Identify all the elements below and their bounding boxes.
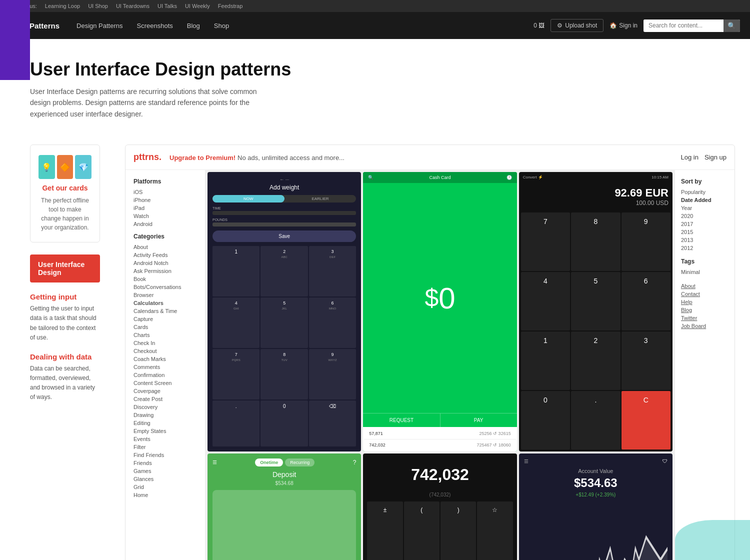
sort-year-2013[interactable]: 2013 <box>681 236 728 244</box>
cat-glances[interactable]: Glances <box>134 475 197 483</box>
curr-key-4[interactable]: 4 <box>521 272 570 330</box>
curr-key-3[interactable]: 3 <box>622 332 670 390</box>
topbar-link-learning-loop[interactable]: Learning Loop <box>45 3 80 9</box>
key-4[interactable]: 4GHI <box>212 298 260 348</box>
curr-key-dot[interactable]: . <box>571 391 620 450</box>
key-0[interactable]: 0 <box>260 400 308 446</box>
cat-games[interactable]: Games <box>134 467 197 475</box>
curr-key-5[interactable]: 5 <box>571 272 620 330</box>
cat-coach-marks[interactable]: Coach Marks <box>134 355 197 363</box>
key-7[interactable]: 7PQRS <box>212 349 260 400</box>
topbar-link-feedstrap[interactable]: Feedstrap <box>218 3 243 9</box>
cat-about[interactable]: About <box>134 243 197 251</box>
save-button-screen[interactable]: Save <box>212 230 356 242</box>
cat-bots[interactable]: Bots/Conversations <box>134 283 197 291</box>
sign-in-button[interactable]: 🏠 Sign in <box>610 22 638 29</box>
topbar-link-ui-weekly[interactable]: UI Weekly <box>185 3 210 9</box>
key-9[interactable]: 9WXYZ <box>309 349 356 400</box>
cat-confirmation[interactable]: Confirmation <box>134 371 197 379</box>
cat-ask-permission[interactable]: Ask Permission <box>134 267 197 275</box>
screenshot-stock[interactable]: ☰ 🛡 Account Value $534.63 +$12.49 (+2.39… <box>519 454 672 560</box>
platform-iphone[interactable]: iPhone <box>134 196 197 204</box>
cat-cards[interactable]: Cards <box>134 323 197 331</box>
tab-earlier[interactable]: EARLIER <box>284 195 356 202</box>
cat-charts[interactable]: Charts <box>134 331 197 339</box>
screenshot-numpad[interactable]: 742,032 (742,032) ± ( ) ☆ 7 8 9 − <box>363 454 516 560</box>
key-2[interactable]: 2ABC <box>260 246 308 296</box>
nav-link-design-patterns[interactable]: Design Patterns <box>70 12 130 39</box>
upload-shot-button[interactable]: ⚙ Upload shot <box>550 19 604 32</box>
screenshot-add-weight[interactable]: ← ··· Add weight NOW EARLIER TIME POUNDS… <box>208 172 361 452</box>
cat-filter[interactable]: Filter <box>134 443 197 451</box>
sort-year-2015[interactable]: 2015 <box>681 228 728 236</box>
curr-key-9[interactable]: 9 <box>622 212 670 271</box>
screenshot-deposit[interactable]: ☰ Onetime Recurring ? Deposit $534.68 $0 <box>208 454 361 560</box>
sort-year-2020[interactable]: 2020 <box>681 212 728 220</box>
curr-key-c[interactable]: C <box>622 391 670 450</box>
cat-calendars[interactable]: Calendars & Time <box>134 307 197 315</box>
platform-watch[interactable]: Watch <box>134 212 197 220</box>
deposit-tab-recurring[interactable]: Recurring <box>285 458 314 466</box>
cat-checkout[interactable]: Checkout <box>134 347 197 355</box>
key-backspace[interactable]: ⌫ <box>309 400 356 446</box>
np-close-paren[interactable]: ) <box>440 502 476 560</box>
tag-minimal[interactable]: Minimal <box>681 268 728 276</box>
curr-key-1[interactable]: 1 <box>521 332 570 390</box>
footer-twitter[interactable]: Twitter <box>681 314 728 322</box>
cat-editing[interactable]: Editing <box>134 419 197 427</box>
cat-discovery[interactable]: Discovery <box>134 403 197 411</box>
tab-now[interactable]: NOW <box>212 195 284 202</box>
key-dot[interactable]: . <box>212 400 260 446</box>
sort-year[interactable]: Year <box>681 204 728 212</box>
cat-empty-states[interactable]: Empty States <box>134 427 197 435</box>
sort-year-2012[interactable]: 2012 <box>681 244 728 252</box>
nav-link-blog[interactable]: Blog <box>180 12 207 39</box>
footer-blog[interactable]: Blog <box>681 306 728 314</box>
curr-key-8[interactable]: 8 <box>571 212 620 271</box>
platform-android[interactable]: Android <box>134 220 197 228</box>
cat-find-friends[interactable]: Find Friends <box>134 451 197 459</box>
footer-contact[interactable]: Contact <box>681 290 728 298</box>
nav-link-shop[interactable]: Shop <box>207 12 236 39</box>
key-1[interactable]: 1 <box>212 246 260 296</box>
cat-home[interactable]: Home <box>134 491 197 499</box>
footer-about[interactable]: About <box>681 282 728 290</box>
curr-key-0[interactable]: 0 <box>521 391 570 450</box>
cat-friends[interactable]: Friends <box>134 459 197 467</box>
cat-book[interactable]: Book <box>134 275 197 283</box>
search-input[interactable] <box>644 20 724 32</box>
pttrns-signup-link[interactable]: Sign up <box>704 154 726 161</box>
screenshot-cash-card[interactable]: 🔍 Cash Card 🕐 $0 REQUEST PAY <box>363 172 516 452</box>
sort-popularity[interactable]: Popularity <box>681 188 728 196</box>
nav-link-screenshots[interactable]: Screenshots <box>130 12 180 39</box>
cat-activity-feeds[interactable]: Activity Feeds <box>134 251 197 259</box>
cat-content-screen[interactable]: Content Screen <box>134 379 197 387</box>
curr-key-2[interactable]: 2 <box>571 332 620 390</box>
curr-key-6[interactable]: 6 <box>622 272 670 330</box>
curr-key-7[interactable]: 7 <box>521 212 570 271</box>
np-open-paren[interactable]: ( <box>404 502 440 560</box>
cat-android-notch[interactable]: Android Notch <box>134 259 197 267</box>
cat-coverpage[interactable]: Coverpage <box>134 387 197 395</box>
platform-ios[interactable]: iOS <box>134 188 197 196</box>
key-5[interactable]: 5JKL <box>260 298 308 348</box>
footer-help[interactable]: Help <box>681 298 728 306</box>
cat-calculators[interactable]: Calculators <box>134 299 197 307</box>
cat-check-in[interactable]: Check In <box>134 339 197 347</box>
cat-events[interactable]: Events <box>134 435 197 443</box>
platform-ipad[interactable]: iPad <box>134 204 197 212</box>
cat-grid[interactable]: Grid <box>134 483 197 491</box>
deposit-tab-onetime[interactable]: Onetime <box>255 458 283 466</box>
np-star[interactable]: ☆ <box>477 502 512 560</box>
topbar-link-ui-teardowns[interactable]: UI Teardowns <box>116 3 150 9</box>
cat-capture[interactable]: Capture <box>134 315 197 323</box>
key-6[interactable]: 6MNO <box>309 298 356 348</box>
topbar-link-ui-talks[interactable]: UI Talks <box>158 3 177 9</box>
sort-date-added[interactable]: Date Added <box>681 196 728 204</box>
cat-drawing[interactable]: Drawing <box>134 411 197 419</box>
np-plus-minus[interactable]: ± <box>367 502 402 560</box>
topbar-link-ui-shop[interactable]: UI Shop <box>88 3 108 9</box>
search-button[interactable]: 🔍 <box>724 20 740 32</box>
cat-comments[interactable]: Comments <box>134 363 197 371</box>
screenshot-currency[interactable]: Convert ⚡ 10:15 AM 92.69 EUR 100.00 USD … <box>519 172 672 452</box>
